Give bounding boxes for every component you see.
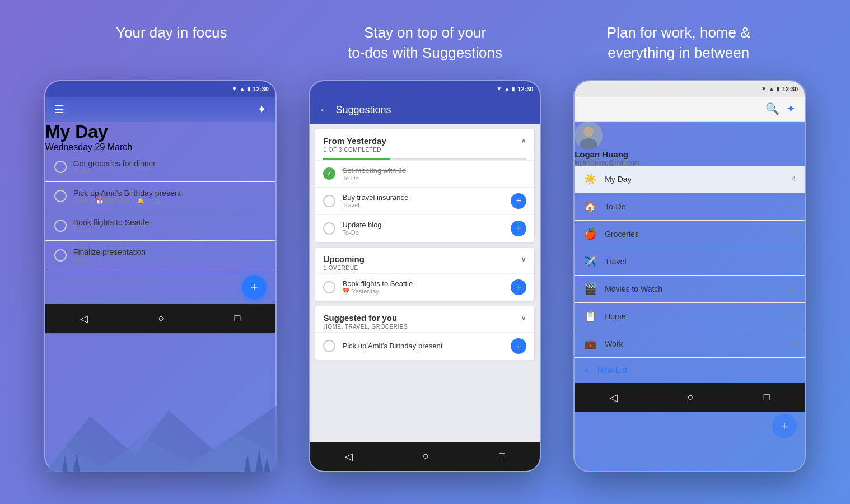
phone1-todo-list: Get groceries for dinner To-Do Pick up A… xyxy=(45,152,275,270)
todo-sub-4: Work xyxy=(73,256,146,263)
menu-item-groceries[interactable]: 🍎 Groceries 9 xyxy=(575,221,805,248)
tagline-1: Your day in focus xyxy=(45,22,298,63)
tagline-3-line2: everything in between xyxy=(608,44,749,61)
upcoming-chevron[interactable]: ∨ xyxy=(521,254,526,263)
recents-nav-icon-2[interactable]: □ xyxy=(499,450,505,462)
back-nav-icon-2[interactable]: ◁ xyxy=(345,450,353,463)
phone3-fab[interactable]: + xyxy=(772,414,797,438)
profile-section: Logan Huang logan.huang@mail.com xyxy=(575,122,805,166)
movies-count: 11 xyxy=(788,284,796,293)
phone1-status-icons: ▼ ▲ ▮ 12:30 xyxy=(232,86,269,92)
check-circle-s2[interactable] xyxy=(323,195,335,207)
taglines-row: Your day in focus Stay on top of your to… xyxy=(0,0,850,80)
suggestion-item-s1[interactable]: ✓ Set meeting with Jo To-Do xyxy=(315,160,534,187)
suggestion-item-s2[interactable]: Buy travel insurance Travel + xyxy=(315,187,534,214)
todo-circle-4[interactable] xyxy=(54,249,67,262)
travel-icon: ✈️ xyxy=(583,255,597,268)
todo-circle-3[interactable] xyxy=(54,220,67,232)
myday-icon: ☀️ xyxy=(583,172,597,186)
todo-circle-2[interactable] xyxy=(54,190,67,202)
from-yesterday-subtitle: 1 OF 3 COMPLETED xyxy=(323,147,386,153)
add-button-s3[interactable]: + xyxy=(511,221,526,236)
phone3-status-bar: ▼ ▲ ▮ 12:30 xyxy=(575,81,805,97)
battery-icon: ▮ xyxy=(247,86,251,92)
from-yesterday-header: From Yesterday 1 OF 3 COMPLETED ∧ xyxy=(315,129,534,155)
phone3-time: 12:30 xyxy=(782,86,798,92)
tagline-3-line1: Plan for work, home & xyxy=(607,24,750,41)
new-list-item[interactable]: + New List xyxy=(575,358,805,383)
recents-nav-icon[interactable]: □ xyxy=(234,312,240,324)
from-yesterday-chevron[interactable]: ∧ xyxy=(521,136,526,145)
recents-nav-icon-3[interactable]: □ xyxy=(764,391,770,403)
todo-text-1: Get groceries for dinner To-Do xyxy=(73,159,156,175)
battery-icon-3: ▮ xyxy=(777,86,780,92)
todo-title-3: Book flights to Seattle xyxy=(73,218,149,227)
myday-count: 4 xyxy=(792,175,796,183)
menu-item-todo[interactable]: 🏠 To-Do 3 xyxy=(575,193,805,221)
myday-label: My Day xyxy=(605,175,784,184)
add-button-sg1[interactable]: + xyxy=(511,338,526,354)
tagline-1-text: Your day in focus xyxy=(116,24,227,41)
brightness-icon[interactable]: ✦ xyxy=(257,102,267,116)
todo-title-2: Pick up Amit's Birthday present xyxy=(73,189,181,198)
suggested-chevron[interactable]: ∨ xyxy=(521,313,526,322)
todo-item-1[interactable]: Get groceries for dinner To-Do xyxy=(45,152,275,182)
todo-icon: 🏠 xyxy=(583,200,597,213)
user-email: logan.huang@mail.com xyxy=(575,159,805,166)
groceries-label: Groceries xyxy=(605,230,784,239)
phone2-status-icons: ▼ ▲ ▮ 12:30 xyxy=(497,86,534,92)
suggestion-text-s3: Update blog xyxy=(342,221,504,229)
tagline-2-line2: to-dos with Suggestions xyxy=(348,44,502,61)
add-button-s2[interactable]: + xyxy=(511,193,526,209)
phone2-time: 12:30 xyxy=(517,86,533,92)
home-nav-icon-2[interactable]: ○ xyxy=(423,450,429,462)
check-circle-sg1[interactable] xyxy=(323,340,335,352)
back-button[interactable]: ← xyxy=(319,104,329,116)
menu-item-movies[interactable]: 🎬 Movies to Watch 11 xyxy=(575,276,805,303)
menu-item-home[interactable]: 📋 Home 7 xyxy=(575,303,805,330)
tagline-2-line1: Stay on top of your xyxy=(364,24,486,41)
work-icon: 💼 xyxy=(583,337,597,351)
phone3-nav-bar: ◁ ○ □ xyxy=(575,383,805,412)
suggestion-item-s3[interactable]: Update blog To-Do + xyxy=(315,214,534,242)
phone1-fab[interactable]: + xyxy=(242,275,267,300)
check-circle-s3[interactable] xyxy=(323,222,335,235)
movies-label: Movies to Watch xyxy=(605,284,780,293)
suggestion-item-u1[interactable]: Book flights to Seattle 📅 Yesterday + xyxy=(315,273,534,301)
home-list-icon: 📋 xyxy=(583,310,597,323)
work-label: Work xyxy=(605,339,784,348)
home-nav-icon[interactable]: ○ xyxy=(158,312,164,324)
groceries-icon: 🍎 xyxy=(583,227,597,241)
add-button-u1[interactable]: + xyxy=(511,279,526,295)
check-circle-u1[interactable] xyxy=(323,281,335,293)
phone2-wrapper: ▼ ▲ ▮ 12:30 ← Suggestions From Yesterday xyxy=(309,80,541,472)
home-nav-icon-3[interactable]: ○ xyxy=(688,391,694,403)
todo-item-2[interactable]: Pick up Amit's Birthday present Home • 📅… xyxy=(45,182,275,211)
upcoming-card: Upcoming 1 OVERDUE ∨ Book flights to Sea… xyxy=(315,248,534,301)
mountain-illustration xyxy=(45,382,277,472)
menu-item-myday[interactable]: ☀️ My Day 4 xyxy=(575,166,805,193)
check-circle-s1[interactable]: ✓ xyxy=(323,167,335,180)
tagline-2: Stay on top of your to-dos with Suggesti… xyxy=(298,22,552,63)
back-nav-icon-3[interactable]: ◁ xyxy=(610,391,618,404)
brightness-icon-3[interactable]: ✦ xyxy=(786,102,796,115)
avatar-image xyxy=(575,122,603,150)
menu-item-work[interactable]: 💼 Work 4 xyxy=(575,330,805,358)
todo-title-4: Finalize presentation xyxy=(73,248,146,256)
todo-item-3[interactable]: Book flights to Seattle Travel xyxy=(45,211,275,241)
suggestion-text-s1: Set meeting with Jo xyxy=(342,166,526,175)
back-nav-icon[interactable]: ◁ xyxy=(80,312,88,325)
phone1-app-header: ☰ ✦ xyxy=(45,97,275,122)
menu-icon[interactable]: ☰ xyxy=(54,102,64,116)
phone1-wrapper: ▼ ▲ ▮ 12:30 ☰ ✦ xyxy=(44,80,277,472)
menu-item-travel[interactable]: ✈️ Travel 5 xyxy=(575,248,805,276)
work-count: 4 xyxy=(792,339,796,348)
todo-item-4[interactable]: Finalize presentation Work xyxy=(45,241,275,270)
todo-circle-1[interactable] xyxy=(54,161,67,173)
phone3-wrapper: ▼ ▲ ▮ 12:30 🔍 ✦ xyxy=(573,80,806,472)
suggested-card: Suggested for you HOME, TRAVEL, GROCERIE… xyxy=(315,306,534,360)
signal-icon-3: ▲ xyxy=(769,86,774,92)
suggested-title: Suggested for you xyxy=(323,313,408,323)
suggestion-item-sg1[interactable]: Pick up Amit's Birthday present + xyxy=(315,332,534,360)
search-icon[interactable]: 🔍 xyxy=(765,102,779,115)
